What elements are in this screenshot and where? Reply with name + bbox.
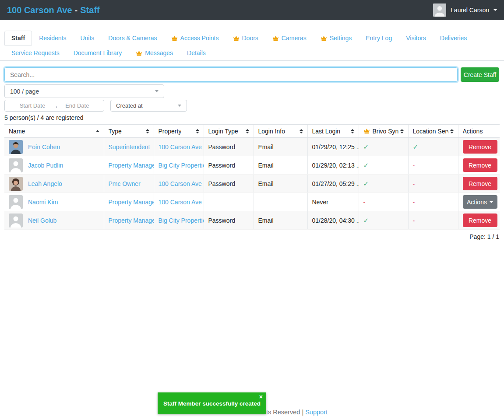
date-field-select[interactable]: Created at xyxy=(110,100,187,112)
chevron-down-icon xyxy=(493,9,497,11)
tab-deliveries[interactable]: Deliveries xyxy=(433,31,474,46)
column-header-type[interactable]: Type xyxy=(104,125,154,138)
tab-visitors[interactable]: Visitors xyxy=(399,31,433,46)
tab-messages[interactable]: Messages xyxy=(129,46,180,60)
table-row: Eoin Cohen Superintendent 100 Carson Ave… xyxy=(4,138,500,156)
staff-name-link[interactable]: Leah Angelo xyxy=(28,180,62,187)
user-menu[interactable]: Laurel Carson xyxy=(433,4,497,17)
crown-icon xyxy=(233,35,240,41)
column-header-location-service[interactable]: Location Service xyxy=(408,125,458,138)
staff-type-link[interactable]: Pmc Owner xyxy=(109,180,141,187)
login-type-cell: Password xyxy=(204,156,254,175)
location-service-dash: - xyxy=(413,180,415,187)
table-row: Naomi Kim Property Manager 100 Carson Av… xyxy=(4,193,500,211)
staff-property-link[interactable]: Big City Properties xyxy=(159,162,204,169)
per-page-select[interactable]: 100 / page xyxy=(4,84,164,98)
avatar xyxy=(9,195,23,209)
remove-button[interactable]: Remove xyxy=(463,214,497,227)
staff-property-link[interactable]: 100 Carson Ave xyxy=(159,180,202,187)
search-row: Create Staff xyxy=(4,67,499,82)
staff-property-link[interactable]: 100 Carson Ave xyxy=(159,199,202,206)
tab-cameras[interactable]: Cameras xyxy=(265,31,314,46)
support-link[interactable]: Support xyxy=(305,409,328,416)
column-header-brivo-sync[interactable]: Brivo Sync xyxy=(359,125,408,138)
tab-details[interactable]: Details xyxy=(180,46,213,60)
column-header-login-type[interactable]: Login Type xyxy=(204,125,254,138)
login-info-cell: Email xyxy=(254,156,307,175)
brivo-sync-dash: - xyxy=(363,199,366,206)
column-header-actions: Actions xyxy=(458,125,500,138)
property-name: 100 Carson Ave xyxy=(7,5,72,15)
last-login-cell: 01/29/20, 02:13 ... xyxy=(307,156,359,175)
tab-label: Details xyxy=(187,49,206,56)
column-header-property[interactable]: Property xyxy=(154,125,204,138)
login-info-cell: Email xyxy=(254,138,307,156)
create-staff-button[interactable]: Create Staff xyxy=(461,67,499,82)
tab-label: Cameras xyxy=(282,35,307,42)
tab-bar: Staff Residents Units Doors & Cameras Ac… xyxy=(0,31,504,61)
tab-access-points[interactable]: Access Points xyxy=(164,31,226,46)
tab-label: Messages xyxy=(145,49,173,56)
login-type-cell: Password xyxy=(204,175,254,193)
staff-property-link[interactable]: Big City Properties xyxy=(159,217,204,224)
date-range-picker[interactable]: Start Date → End Date xyxy=(4,100,104,112)
tab-label: Doors & Cameras xyxy=(108,35,157,42)
user-avatar xyxy=(433,4,446,17)
remove-button[interactable]: Remove xyxy=(463,177,497,190)
staff-name-link[interactable]: Neil Golub xyxy=(28,217,56,224)
brivo-sync-check: ✓ xyxy=(363,143,369,150)
tab-document-library[interactable]: Document Library xyxy=(67,46,129,60)
date-field-value: Created at xyxy=(116,102,143,109)
staff-property-link[interactable]: 100 Carson Ave xyxy=(159,144,202,150)
tab-label: Entry Log xyxy=(366,35,392,42)
crown-icon xyxy=(272,35,279,41)
tab-label: Document Library xyxy=(74,49,122,56)
tab-settings[interactable]: Settings xyxy=(314,31,359,46)
tab-entry-log[interactable]: Entry Log xyxy=(359,31,399,46)
actions-dropdown-button[interactable]: Actions xyxy=(463,195,497,209)
staff-count-summary: 5 person(s) / 4 are registered xyxy=(4,114,84,121)
sort-icon xyxy=(146,129,149,133)
table-header-row: Name Type Property Login Type Login Info… xyxy=(4,125,500,138)
remove-button[interactable]: Remove xyxy=(463,140,497,154)
staff-name-link[interactable]: Naomi Kim xyxy=(28,199,58,206)
actions-label: Actions xyxy=(467,199,487,206)
staff-name-link[interactable]: Jacob Pudlin xyxy=(28,162,63,169)
avatar xyxy=(9,158,23,172)
location-service-dash: - xyxy=(413,162,415,169)
location-service-dash: - xyxy=(413,199,415,206)
table-row: Jacob Pudlin Property Manager Big City P… xyxy=(4,156,500,175)
sort-icon xyxy=(400,129,404,133)
column-header-last-login[interactable]: Last Login xyxy=(307,125,359,138)
login-type-cell: Password xyxy=(204,138,254,156)
per-page-value: 100 / page xyxy=(10,88,39,95)
tab-staff[interactable]: Staff xyxy=(4,31,32,46)
sort-ascending-icon xyxy=(96,130,99,132)
crown-icon xyxy=(363,128,370,134)
search-input[interactable] xyxy=(4,67,458,82)
tab-service-requests[interactable]: Service Requests xyxy=(4,46,67,60)
tab-doors-cameras[interactable]: Doors & Cameras xyxy=(101,31,164,46)
tab-label: Access Points xyxy=(180,35,219,42)
staff-name-link[interactable]: Eoin Cohen xyxy=(28,144,60,150)
column-header-login-info[interactable]: Login Info xyxy=(254,125,307,138)
table-row: Leah Angelo Pmc Owner 100 Carson Ave Pas… xyxy=(4,175,500,193)
login-type-cell xyxy=(204,193,254,211)
last-login-cell: 01/27/20, 05:29 ... xyxy=(307,175,359,193)
staff-type-link[interactable]: Property Manager xyxy=(109,199,154,206)
staff-type-link[interactable]: Property Manager xyxy=(109,217,154,224)
staff-type-link[interactable]: Property Manager xyxy=(109,162,154,169)
tab-residents[interactable]: Residents xyxy=(32,31,73,46)
page-title: 100 Carson Ave-Staff xyxy=(7,5,100,15)
staff-type-link[interactable]: Superintendent xyxy=(109,144,150,150)
column-header-name[interactable]: Name xyxy=(4,125,104,138)
staff-table: Name Type Property Login Type Login Info… xyxy=(4,124,500,230)
tab-label: Visitors xyxy=(406,35,426,42)
remove-button[interactable]: Remove xyxy=(463,158,497,172)
chevron-down-icon xyxy=(178,105,181,107)
close-icon[interactable]: × xyxy=(259,393,263,401)
tab-units[interactable]: Units xyxy=(73,31,101,46)
tab-doors[interactable]: Doors xyxy=(226,31,265,46)
footer: ts Reserved | Support xyxy=(266,409,328,416)
user-name: Laurel Carson xyxy=(451,7,489,14)
